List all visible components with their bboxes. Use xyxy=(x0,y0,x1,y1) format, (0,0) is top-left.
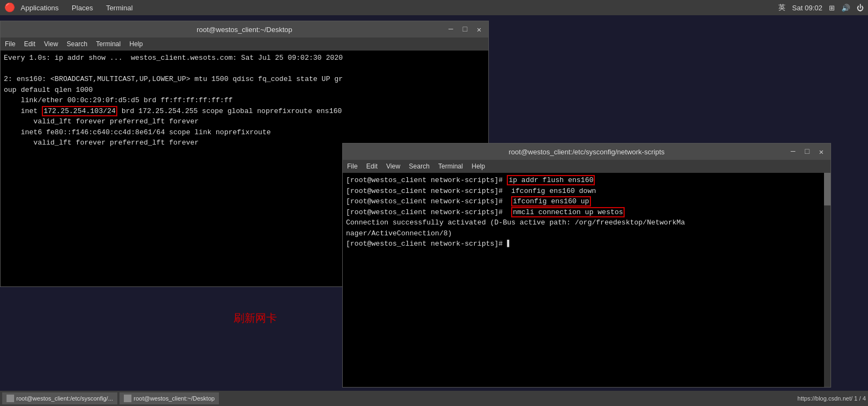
clock: Sat 09:02 xyxy=(792,4,822,12)
terminal-2-menubar: File Edit View Search Terminal Help xyxy=(343,160,831,173)
term2-file[interactable]: File xyxy=(347,163,357,170)
term1-line1: Every 1.0s: ip addr show ... westos_clie… xyxy=(4,54,343,62)
top-menu-items: Applications Places Terminal xyxy=(18,3,135,13)
cmd-ip-flush: ip addr flush ens160 xyxy=(507,175,595,185)
maximize-button-1[interactable]: □ xyxy=(460,25,470,34)
terminal-2-content[interactable]: [root@westos_client network-scripts]# ip… xyxy=(343,173,831,387)
close-button-1[interactable]: ✕ xyxy=(474,25,484,34)
terminal-2-titlebar: root@westos_client:/etc/sysconfig/networ… xyxy=(343,143,831,160)
taskbar-item-2[interactable]: root@westos_client:~/Desktop xyxy=(119,392,219,404)
term2-search[interactable]: Search xyxy=(409,163,430,170)
term1-line7: inet6 fe80::f146:c640:cc4d:8e61/64 scope… xyxy=(4,128,271,136)
app-logo-icon: 🔴 xyxy=(4,2,15,13)
term1-view[interactable]: View xyxy=(44,40,58,48)
volume-icon: 🔊 xyxy=(841,4,850,12)
term2-line6: nager/ActiveConnection/8) xyxy=(346,229,452,238)
term2-line7: [root@westos_client network-scripts]# ▌ xyxy=(346,240,511,248)
scrollbar-thumb[interactable] xyxy=(824,173,831,205)
minimize-button-2[interactable]: ─ xyxy=(788,147,798,156)
taskbar-right: https://blog.csdn.net/ 1 / 4 xyxy=(797,395,866,402)
term1-line8: valid_lft forever preferred_lft forever xyxy=(4,139,199,147)
taskbar-label-1: root@westos_client:/etc/sysconfig/... xyxy=(16,395,113,402)
menu-places[interactable]: Places xyxy=(70,3,95,13)
minimize-button-1[interactable]: ─ xyxy=(446,25,456,34)
taskbar-icon-1 xyxy=(7,395,14,402)
term1-line4: link/ether 00:0c:29:0f:d5:d5 brd ff:ff:f… xyxy=(4,96,232,104)
term1-file[interactable]: File xyxy=(5,40,15,48)
cmd-nmcli: nmcli connection up westos xyxy=(511,207,625,217)
term2-terminal[interactable]: Terminal xyxy=(438,163,463,170)
terminal-1-controls: ─ □ ✕ xyxy=(446,25,484,34)
term2-line5: Connection successfully activated (D-Bus… xyxy=(346,218,685,227)
terminal-1-titlebar: root@westos_client:~/Desktop ─ □ ✕ xyxy=(1,21,488,38)
term2-line4: [root@westos_client network-scripts]# nm… xyxy=(346,207,625,217)
terminal-2-controls: ─ □ ✕ xyxy=(788,147,826,157)
taskbar-item-1[interactable]: root@westos_client:/etc/sysconfig/... xyxy=(2,392,117,404)
close-button-2[interactable]: ✕ xyxy=(816,147,826,157)
taskbar-url: https://blog.csdn.net/ 1 / 4 xyxy=(797,395,866,402)
term1-line6: valid_lft forever preferred_lft forever xyxy=(4,117,199,126)
menu-terminal[interactable]: Terminal xyxy=(104,3,135,13)
top-menubar: 🔴 Applications Places Terminal 英 Sat 09:… xyxy=(0,0,868,15)
terminal-2-title: root@westos_client:/etc/sysconfig/networ… xyxy=(508,148,664,156)
terminal-1-menubar: File Edit View Search Terminal Help xyxy=(1,38,488,51)
term1-edit[interactable]: Edit xyxy=(24,40,35,48)
terminal-1-title: root@westos_client:~/Desktop xyxy=(197,26,292,34)
term1-terminal[interactable]: Terminal xyxy=(96,40,121,48)
term2-edit[interactable]: Edit xyxy=(366,163,378,170)
term2-line2: [root@westos_client network-scripts]# if… xyxy=(346,187,596,195)
term1-line3: oup default qlen 1000 xyxy=(4,86,93,94)
term1-line2: 2: ens160: <BROADCAST,MULTICAST,UP,LOWER… xyxy=(4,75,343,83)
desktop: 刷新网卡 root@westos_client:~/Desktop ─ □ ✕ … xyxy=(0,15,868,391)
cmd-ifconfig-up: ifconfig ens160 up xyxy=(511,196,590,207)
power-icon[interactable]: ⏻ xyxy=(857,4,864,12)
term2-help[interactable]: Help xyxy=(471,163,485,170)
term1-line5: inet 172.25.254.103/24 brd 172.25.254.25… xyxy=(4,106,342,116)
terminal-window-2: root@westos_client:/etc/sysconfig/networ… xyxy=(342,143,831,388)
term2-line3: [root@westos_client network-scripts]# if… xyxy=(346,196,591,207)
term1-help[interactable]: Help xyxy=(129,40,143,48)
ip-address-highlight: 172.25.254.103/24 xyxy=(42,106,117,116)
taskbar: root@westos_client:/etc/sysconfig/... ro… xyxy=(0,391,868,406)
maximize-button-2[interactable]: □ xyxy=(802,147,812,156)
menu-applications[interactable]: Applications xyxy=(18,3,61,13)
top-right-icons: 英 Sat 09:02 ⊞ 🔊 ⏻ xyxy=(778,3,864,13)
scrollbar-track[interactable] xyxy=(824,173,831,387)
term1-search[interactable]: Search xyxy=(67,40,87,48)
taskbar-icon-2 xyxy=(124,395,131,402)
taskbar-label-2: root@westos_client:~/Desktop xyxy=(134,395,215,402)
term2-view[interactable]: View xyxy=(386,163,400,170)
language-indicator: 英 xyxy=(778,3,785,13)
annotation-refresh-nic: 刷新网卡 xyxy=(234,311,277,326)
term2-line1: [root@westos_client network-scripts]# ip… xyxy=(346,175,595,185)
network-icon: ⊞ xyxy=(829,4,835,12)
